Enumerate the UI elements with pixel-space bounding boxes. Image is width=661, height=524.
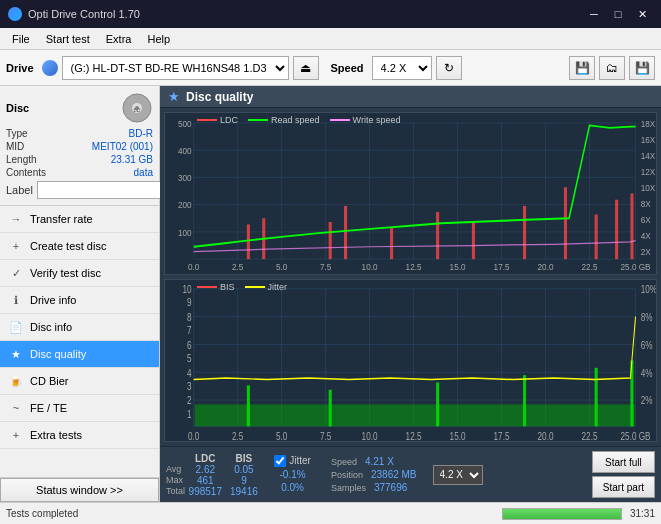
menu-help[interactable]: Help: [139, 31, 178, 47]
speed-selector[interactable]: 4.2 X: [372, 56, 432, 80]
svg-rect-107: [329, 390, 332, 427]
svg-text:2X: 2X: [641, 247, 651, 258]
svg-text:12.5: 12.5: [406, 429, 422, 441]
svg-text:12.5: 12.5: [406, 262, 422, 273]
legend-write-speed-dot: [330, 119, 350, 121]
chart2-svg: 10 9 8 7 6 5 4 3 2 1 10% 8% 6% 4% 2%: [165, 280, 656, 441]
stats-row: LDC BIS Avg 2.62 0.05 Max 461 9 Total: [166, 451, 655, 498]
disc-type-value: BD-R: [129, 128, 153, 139]
sidebar-item-cd-bier[interactable]: 🍺 CD Bier: [0, 368, 159, 395]
disc-title: Disc: [6, 102, 29, 114]
svg-text:6%: 6%: [641, 338, 653, 351]
svg-rect-105: [195, 404, 635, 426]
svg-rect-57: [595, 215, 598, 260]
svg-text:7.5: 7.5: [320, 262, 331, 273]
svg-text:200: 200: [178, 200, 192, 211]
svg-text:2.5: 2.5: [232, 262, 243, 273]
menu-start-test[interactable]: Start test: [38, 31, 98, 47]
eject-button[interactable]: ⏏: [293, 56, 319, 80]
title-bar: Opti Drive Control 1.70 ─ □ ✕: [0, 0, 661, 28]
progress-bar-fill: [503, 509, 621, 519]
chart1-svg: 500 400 300 200 100 18X 16X 14X 12X 10X …: [165, 113, 656, 274]
svg-text:4: 4: [187, 366, 192, 379]
progress-bar: [502, 508, 622, 520]
svg-text:2%: 2%: [641, 394, 653, 407]
sidebar-item-verify-test-disc[interactable]: ✓ Verify test disc: [0, 260, 159, 287]
app-icon: [8, 7, 22, 21]
verify-test-disc-icon: ✓: [8, 265, 24, 281]
disc-contents-label: Contents: [6, 167, 46, 178]
sidebar-item-extra-tests[interactable]: + Extra tests: [0, 422, 159, 449]
svg-rect-54: [472, 222, 475, 259]
position-value: 23862 MB: [371, 469, 417, 480]
sidebar-bottom: Status window >>: [0, 477, 159, 502]
menu-extra[interactable]: Extra: [98, 31, 140, 47]
stat-avg-bis: 0.05: [226, 464, 263, 475]
jitter-check-row: Jitter: [274, 455, 311, 467]
content-header-title: Disc quality: [186, 90, 253, 104]
disc-contents-value: data: [134, 167, 153, 178]
svg-text:25.0 GB: 25.0 GB: [621, 429, 651, 441]
svg-text:22.5: 22.5: [582, 262, 598, 273]
svg-rect-50: [329, 222, 332, 259]
svg-text:6: 6: [187, 338, 192, 351]
start-full-button[interactable]: Start full: [592, 451, 655, 473]
stat-header-ldc: LDC: [185, 453, 226, 464]
disc-mid-value: MEIT02 (001): [92, 141, 153, 152]
minimize-button[interactable]: ─: [583, 5, 605, 23]
svg-text:10: 10: [182, 283, 191, 296]
jitter-checkbox[interactable]: [274, 455, 286, 467]
sidebar-item-disc-info[interactable]: 📄 Disc info: [0, 314, 159, 341]
chart1-container: LDC Read speed Write speed: [164, 112, 657, 275]
max-label: Max: [166, 475, 185, 486]
speed-dropdown[interactable]: 4.2 X: [433, 465, 483, 485]
charts-area: LDC Read speed Write speed: [160, 108, 661, 446]
tool-btn-1[interactable]: 💾: [569, 56, 595, 80]
disc-length-value: 23.31 GB: [111, 154, 153, 165]
jitter-section: Jitter -0.1% 0.0%: [274, 455, 311, 495]
close-button[interactable]: ✕: [631, 5, 653, 23]
sidebar-item-create-test-disc[interactable]: + Create test disc: [0, 233, 159, 260]
drive-selector[interactable]: (G:) HL-DT-ST BD-RE WH16NS48 1.D3: [62, 56, 289, 80]
svg-text:8X: 8X: [641, 198, 651, 209]
disc-label-input[interactable]: [37, 181, 170, 199]
svg-text:10X: 10X: [641, 182, 656, 193]
svg-text:20.0: 20.0: [538, 262, 554, 273]
svg-text:20.0: 20.0: [538, 429, 554, 441]
stat-max-ldc: 461: [185, 475, 226, 486]
svg-text:0.0: 0.0: [188, 262, 199, 273]
stat-header-bis: BIS: [226, 453, 263, 464]
svg-text:1: 1: [187, 407, 192, 420]
samples-label: Samples: [331, 483, 366, 493]
sidebar-item-fe-te[interactable]: ~ FE / TE: [0, 395, 159, 422]
status-window-button[interactable]: Status window >>: [0, 478, 159, 502]
svg-rect-52: [390, 227, 393, 259]
svg-rect-59: [630, 194, 633, 260]
svg-text:BD: BD: [134, 107, 141, 113]
sidebar-item-transfer-rate[interactable]: → Transfer rate: [0, 206, 159, 233]
sidebar-item-drive-info[interactable]: ℹ Drive info: [0, 287, 159, 314]
total-label: Total: [166, 486, 185, 497]
sidebar-item-disc-quality[interactable]: ★ Disc quality: [0, 341, 159, 368]
svg-rect-56: [564, 187, 567, 259]
start-part-button[interactable]: Start part: [592, 476, 655, 498]
svg-text:15.0: 15.0: [450, 429, 466, 441]
svg-text:10.0: 10.0: [362, 429, 378, 441]
stat-max-jitter: 0.0%: [274, 482, 311, 493]
legend-bis: BIS: [197, 282, 235, 292]
stats-panel: LDC BIS Avg 2.62 0.05 Max 461 9 Total: [160, 446, 661, 502]
transfer-rate-icon: →: [8, 211, 24, 227]
maximize-button[interactable]: □: [607, 5, 629, 23]
save-button[interactable]: 💾: [629, 56, 655, 80]
create-test-disc-icon: +: [8, 238, 24, 254]
tool-btn-2[interactable]: 🗂: [599, 56, 625, 80]
legend-bis-label: BIS: [220, 282, 235, 292]
content-area: ★ Disc quality LDC Read speed: [160, 86, 661, 502]
nav-label-create-test-disc: Create test disc: [30, 240, 106, 252]
svg-text:500: 500: [178, 118, 192, 129]
svg-text:18X: 18X: [641, 118, 656, 129]
svg-text:8%: 8%: [641, 311, 653, 324]
menu-file[interactable]: File: [4, 31, 38, 47]
samples-row: Samples 377696: [331, 482, 417, 493]
refresh-button[interactable]: ↻: [436, 56, 462, 80]
